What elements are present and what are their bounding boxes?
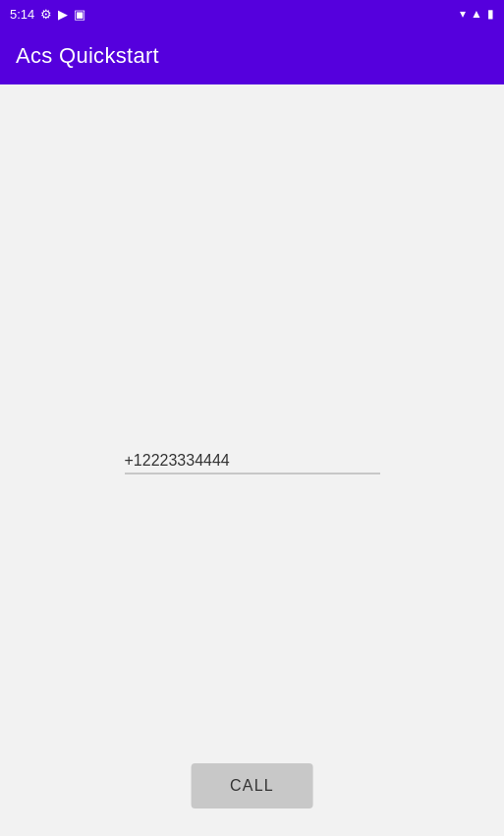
app-bar: Acs Quickstart: [0, 28, 504, 84]
play-icon: ▶: [58, 7, 68, 22]
settings-icon: ⚙: [40, 7, 52, 22]
app-bar-title: Acs Quickstart: [16, 43, 159, 69]
call-button[interactable]: CALL: [191, 763, 313, 808]
signal-icon: ▲: [471, 7, 482, 21]
wifi-icon: ▾: [460, 7, 466, 21]
storage-icon: ▣: [74, 7, 85, 22]
status-bar-right: ▾ ▲ ▮: [460, 7, 494, 21]
status-bar-left: 5:14 ⚙ ▶ ▣: [10, 7, 85, 22]
phone-input-container: [125, 447, 380, 474]
main-content: CALL: [0, 84, 504, 836]
battery-icon: ▮: [487, 7, 494, 21]
phone-input[interactable]: [125, 447, 380, 474]
call-button-container: CALL: [191, 763, 313, 808]
status-time: 5:14: [10, 7, 34, 22]
status-bar: 5:14 ⚙ ▶ ▣ ▾ ▲ ▮: [0, 0, 504, 28]
